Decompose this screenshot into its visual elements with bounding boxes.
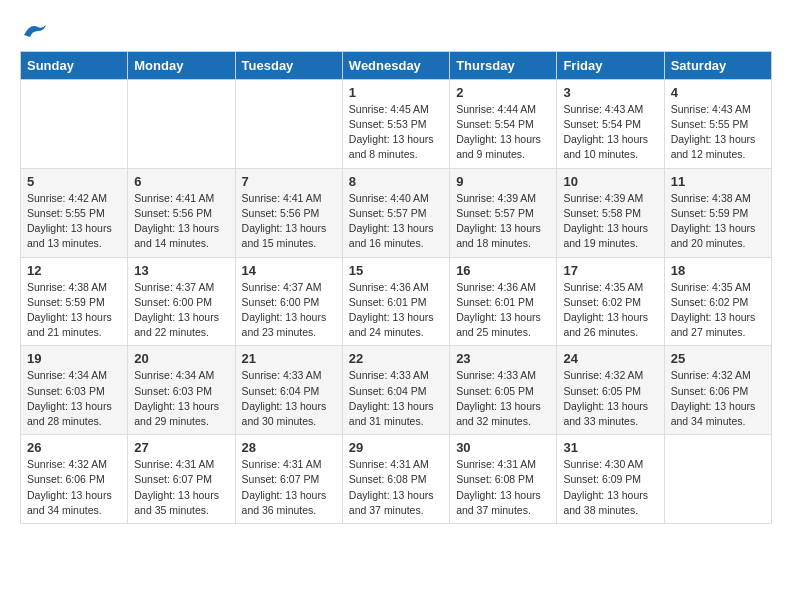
- day-number: 6: [134, 174, 228, 189]
- day-number: 9: [456, 174, 550, 189]
- day-info: Sunrise: 4:31 AM Sunset: 6:08 PM Dayligh…: [349, 457, 443, 518]
- day-info: Sunrise: 4:42 AM Sunset: 5:55 PM Dayligh…: [27, 191, 121, 252]
- day-info: Sunrise: 4:36 AM Sunset: 6:01 PM Dayligh…: [456, 280, 550, 341]
- calendar-cell: 13Sunrise: 4:37 AM Sunset: 6:00 PM Dayli…: [128, 257, 235, 346]
- day-number: 1: [349, 85, 443, 100]
- calendar-cell: 5Sunrise: 4:42 AM Sunset: 5:55 PM Daylig…: [21, 168, 128, 257]
- calendar-cell: 24Sunrise: 4:32 AM Sunset: 6:05 PM Dayli…: [557, 346, 664, 435]
- calendar-week-row: 5Sunrise: 4:42 AM Sunset: 5:55 PM Daylig…: [21, 168, 772, 257]
- col-header-thursday: Thursday: [450, 51, 557, 79]
- day-number: 30: [456, 440, 550, 455]
- calendar-week-row: 1Sunrise: 4:45 AM Sunset: 5:53 PM Daylig…: [21, 79, 772, 168]
- day-info: Sunrise: 4:40 AM Sunset: 5:57 PM Dayligh…: [349, 191, 443, 252]
- col-header-tuesday: Tuesday: [235, 51, 342, 79]
- calendar-cell: 15Sunrise: 4:36 AM Sunset: 6:01 PM Dayli…: [342, 257, 449, 346]
- calendar-cell: 7Sunrise: 4:41 AM Sunset: 5:56 PM Daylig…: [235, 168, 342, 257]
- calendar-cell: 8Sunrise: 4:40 AM Sunset: 5:57 PM Daylig…: [342, 168, 449, 257]
- day-info: Sunrise: 4:35 AM Sunset: 6:02 PM Dayligh…: [563, 280, 657, 341]
- day-info: Sunrise: 4:31 AM Sunset: 6:08 PM Dayligh…: [456, 457, 550, 518]
- day-number: 11: [671, 174, 765, 189]
- calendar-cell: 3Sunrise: 4:43 AM Sunset: 5:54 PM Daylig…: [557, 79, 664, 168]
- calendar-cell: [128, 79, 235, 168]
- day-info: Sunrise: 4:31 AM Sunset: 6:07 PM Dayligh…: [242, 457, 336, 518]
- day-info: Sunrise: 4:41 AM Sunset: 5:56 PM Dayligh…: [134, 191, 228, 252]
- day-number: 16: [456, 263, 550, 278]
- day-number: 4: [671, 85, 765, 100]
- calendar-cell: 21Sunrise: 4:33 AM Sunset: 6:04 PM Dayli…: [235, 346, 342, 435]
- day-info: Sunrise: 4:33 AM Sunset: 6:04 PM Dayligh…: [349, 368, 443, 429]
- day-number: 5: [27, 174, 121, 189]
- col-header-wednesday: Wednesday: [342, 51, 449, 79]
- calendar-cell: 28Sunrise: 4:31 AM Sunset: 6:07 PM Dayli…: [235, 435, 342, 524]
- calendar-cell: 2Sunrise: 4:44 AM Sunset: 5:54 PM Daylig…: [450, 79, 557, 168]
- calendar-cell: 29Sunrise: 4:31 AM Sunset: 6:08 PM Dayli…: [342, 435, 449, 524]
- calendar-cell: 1Sunrise: 4:45 AM Sunset: 5:53 PM Daylig…: [342, 79, 449, 168]
- calendar-cell: 19Sunrise: 4:34 AM Sunset: 6:03 PM Dayli…: [21, 346, 128, 435]
- day-info: Sunrise: 4:32 AM Sunset: 6:05 PM Dayligh…: [563, 368, 657, 429]
- day-number: 8: [349, 174, 443, 189]
- calendar-cell: 30Sunrise: 4:31 AM Sunset: 6:08 PM Dayli…: [450, 435, 557, 524]
- col-header-friday: Friday: [557, 51, 664, 79]
- day-number: 18: [671, 263, 765, 278]
- calendar-cell: [235, 79, 342, 168]
- calendar-cell: 12Sunrise: 4:38 AM Sunset: 5:59 PM Dayli…: [21, 257, 128, 346]
- day-info: Sunrise: 4:34 AM Sunset: 6:03 PM Dayligh…: [134, 368, 228, 429]
- day-number: 17: [563, 263, 657, 278]
- calendar-table: SundayMondayTuesdayWednesdayThursdayFrid…: [20, 51, 772, 524]
- day-info: Sunrise: 4:31 AM Sunset: 6:07 PM Dayligh…: [134, 457, 228, 518]
- calendar-cell: 20Sunrise: 4:34 AM Sunset: 6:03 PM Dayli…: [128, 346, 235, 435]
- calendar-cell: 18Sunrise: 4:35 AM Sunset: 6:02 PM Dayli…: [664, 257, 771, 346]
- col-header-saturday: Saturday: [664, 51, 771, 79]
- day-number: 20: [134, 351, 228, 366]
- calendar-cell: 9Sunrise: 4:39 AM Sunset: 5:57 PM Daylig…: [450, 168, 557, 257]
- calendar-cell: 27Sunrise: 4:31 AM Sunset: 6:07 PM Dayli…: [128, 435, 235, 524]
- calendar-cell: 22Sunrise: 4:33 AM Sunset: 6:04 PM Dayli…: [342, 346, 449, 435]
- day-number: 26: [27, 440, 121, 455]
- col-header-sunday: Sunday: [21, 51, 128, 79]
- day-info: Sunrise: 4:39 AM Sunset: 5:57 PM Dayligh…: [456, 191, 550, 252]
- calendar-cell: 6Sunrise: 4:41 AM Sunset: 5:56 PM Daylig…: [128, 168, 235, 257]
- calendar-cell: 10Sunrise: 4:39 AM Sunset: 5:58 PM Dayli…: [557, 168, 664, 257]
- day-info: Sunrise: 4:30 AM Sunset: 6:09 PM Dayligh…: [563, 457, 657, 518]
- logo-bird-icon: [22, 21, 48, 41]
- calendar-cell: 31Sunrise: 4:30 AM Sunset: 6:09 PM Dayli…: [557, 435, 664, 524]
- calendar-cell: [664, 435, 771, 524]
- day-number: 21: [242, 351, 336, 366]
- day-info: Sunrise: 4:35 AM Sunset: 6:02 PM Dayligh…: [671, 280, 765, 341]
- day-number: 2: [456, 85, 550, 100]
- page-header: [20, 20, 772, 41]
- calendar-header-row: SundayMondayTuesdayWednesdayThursdayFrid…: [21, 51, 772, 79]
- calendar-cell: 17Sunrise: 4:35 AM Sunset: 6:02 PM Dayli…: [557, 257, 664, 346]
- day-number: 28: [242, 440, 336, 455]
- day-info: Sunrise: 4:33 AM Sunset: 6:05 PM Dayligh…: [456, 368, 550, 429]
- calendar-cell: 11Sunrise: 4:38 AM Sunset: 5:59 PM Dayli…: [664, 168, 771, 257]
- day-info: Sunrise: 4:41 AM Sunset: 5:56 PM Dayligh…: [242, 191, 336, 252]
- day-info: Sunrise: 4:43 AM Sunset: 5:55 PM Dayligh…: [671, 102, 765, 163]
- day-info: Sunrise: 4:43 AM Sunset: 5:54 PM Dayligh…: [563, 102, 657, 163]
- day-info: Sunrise: 4:33 AM Sunset: 6:04 PM Dayligh…: [242, 368, 336, 429]
- day-number: 19: [27, 351, 121, 366]
- day-number: 23: [456, 351, 550, 366]
- day-number: 10: [563, 174, 657, 189]
- day-info: Sunrise: 4:32 AM Sunset: 6:06 PM Dayligh…: [671, 368, 765, 429]
- day-number: 15: [349, 263, 443, 278]
- day-number: 27: [134, 440, 228, 455]
- col-header-monday: Monday: [128, 51, 235, 79]
- calendar-week-row: 26Sunrise: 4:32 AM Sunset: 6:06 PM Dayli…: [21, 435, 772, 524]
- calendar-week-row: 12Sunrise: 4:38 AM Sunset: 5:59 PM Dayli…: [21, 257, 772, 346]
- day-number: 31: [563, 440, 657, 455]
- day-number: 14: [242, 263, 336, 278]
- calendar-cell: 25Sunrise: 4:32 AM Sunset: 6:06 PM Dayli…: [664, 346, 771, 435]
- day-number: 25: [671, 351, 765, 366]
- day-info: Sunrise: 4:38 AM Sunset: 5:59 PM Dayligh…: [27, 280, 121, 341]
- logo: [20, 20, 48, 41]
- day-info: Sunrise: 4:37 AM Sunset: 6:00 PM Dayligh…: [242, 280, 336, 341]
- day-number: 12: [27, 263, 121, 278]
- day-number: 13: [134, 263, 228, 278]
- day-info: Sunrise: 4:32 AM Sunset: 6:06 PM Dayligh…: [27, 457, 121, 518]
- day-info: Sunrise: 4:44 AM Sunset: 5:54 PM Dayligh…: [456, 102, 550, 163]
- calendar-cell: [21, 79, 128, 168]
- calendar-cell: 23Sunrise: 4:33 AM Sunset: 6:05 PM Dayli…: [450, 346, 557, 435]
- calendar-cell: 16Sunrise: 4:36 AM Sunset: 6:01 PM Dayli…: [450, 257, 557, 346]
- day-info: Sunrise: 4:34 AM Sunset: 6:03 PM Dayligh…: [27, 368, 121, 429]
